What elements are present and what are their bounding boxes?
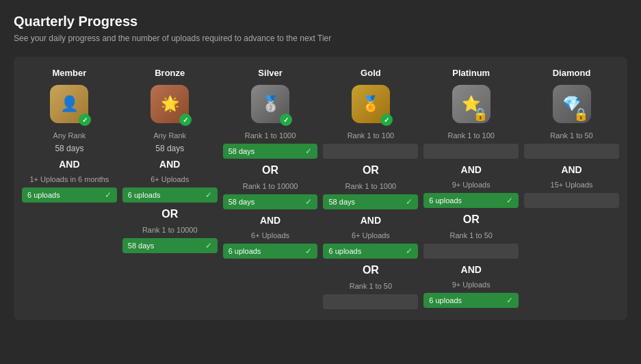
platinum-uploads-pill[interactable]: 6 uploads ✓ bbox=[423, 193, 519, 208]
platinum-uploads-label: 9+ Uploads bbox=[452, 181, 490, 189]
member-uploads-pill[interactable]: 6 uploads ✓ bbox=[22, 187, 117, 203]
gold-or2: OR bbox=[363, 264, 379, 276]
platinum-lock-icon: 🔒 bbox=[473, 107, 488, 122]
tier-diamond-icon: 💎 🔒 bbox=[553, 85, 591, 123]
platinum-and: AND bbox=[461, 164, 482, 175]
silver-uploads-pill[interactable]: 6 uploads ✓ bbox=[223, 244, 318, 259]
platinum-pill-check-icon: ✓ bbox=[506, 196, 513, 205]
member-check-icon: ✓ bbox=[79, 114, 91, 126]
diamond-and: AND bbox=[561, 164, 581, 175]
gold-check-icon: ✓ bbox=[380, 114, 393, 126]
member-uploads-label: 1+ Uploads in 6 months bbox=[29, 175, 109, 183]
silver-pill-check-icon: ✓ bbox=[305, 246, 312, 256]
page-subtitle: See your daily progress and the number o… bbox=[14, 34, 627, 43]
page-title: Quarterly Progress bbox=[14, 14, 627, 29]
tier-gold-icon: 🏅 ✓ bbox=[352, 85, 390, 123]
bronze-pill-text: 6 uploads bbox=[128, 191, 161, 199]
platinum-rank2: Rank 1 to 50 bbox=[450, 231, 493, 239]
tier-bronze-name: Bronze bbox=[155, 68, 185, 78]
platinum-pill-text: 6 uploads bbox=[429, 196, 462, 205]
gold-uploads-label: 6+ Uploads bbox=[352, 231, 390, 239]
diamond-rank: Rank 1 to 50 bbox=[550, 131, 592, 140]
gold-pill-check-icon: ✓ bbox=[406, 246, 413, 256]
platinum-uploads2-pill[interactable]: 6 uploads ✓ bbox=[423, 293, 519, 308]
platinum-pill2-check-icon: ✓ bbox=[506, 296, 513, 305]
tiers-container: Member 👤 ✓ Any Rank 58 days AND 1+ Uploa… bbox=[14, 57, 627, 320]
tier-bronze: Bronze 🌟 ✓ Any Rank 58 days AND 6+ Uploa… bbox=[122, 68, 218, 309]
platinum-rank: Rank 1 to 100 bbox=[447, 131, 495, 140]
diamond-lock-icon: 🔒 bbox=[573, 107, 588, 122]
silver-rank2: Rank 1 to 10000 bbox=[243, 182, 298, 190]
tier-silver-name: Silver bbox=[258, 68, 282, 78]
bronze-check-icon: ✓ bbox=[179, 114, 192, 126]
tier-member-icon: 👤 ✓ bbox=[50, 85, 88, 123]
diamond-days-pill[interactable] bbox=[524, 144, 619, 159]
gold-days2-pill-text: 58 days bbox=[328, 198, 355, 206]
gold-days2-check-icon: ✓ bbox=[406, 197, 413, 207]
bronze-rank: Any Rank bbox=[153, 131, 186, 140]
gold-days2-pill[interactable]: 58 days ✓ bbox=[323, 194, 418, 209]
member-and: AND bbox=[59, 159, 79, 170]
platinum-or: OR bbox=[463, 213, 480, 226]
bronze-and: AND bbox=[159, 159, 180, 170]
tier-diamond: Diamond 💎 🔒 Rank 1 to 50 AND 15+ Uploads bbox=[524, 68, 619, 309]
diamond-uploads-pill[interactable] bbox=[524, 193, 619, 208]
platinum-uploads2-label: 9+ Uploads bbox=[452, 281, 490, 289]
platinum-days2-pill[interactable] bbox=[423, 244, 519, 259]
member-symbol-icon: 👤 bbox=[60, 95, 79, 113]
member-days: 58 days bbox=[55, 144, 83, 153]
tier-diamond-name: Diamond bbox=[553, 68, 591, 78]
platinum-days-pill[interactable] bbox=[423, 144, 519, 159]
tier-bronze-icon: 🌟 ✓ bbox=[151, 85, 189, 123]
gold-uploads-pill[interactable]: 6 uploads ✓ bbox=[323, 244, 418, 259]
gold-pill-text: 6 uploads bbox=[328, 247, 361, 255]
gold-rank: Rank 1 to 100 bbox=[348, 131, 395, 140]
silver-days-pill[interactable]: 58 days ✓ bbox=[223, 144, 318, 159]
bronze-or: OR bbox=[161, 208, 178, 220]
tier-member: Member 👤 ✓ Any Rank 58 days AND 1+ Uploa… bbox=[22, 68, 117, 309]
member-rank: Any Rank bbox=[53, 131, 86, 140]
silver-days-pill-text: 58 days bbox=[228, 147, 255, 155]
silver-rank: Rank 1 to 1000 bbox=[245, 131, 296, 140]
silver-symbol-icon: 🥈 bbox=[261, 95, 280, 113]
gold-and: AND bbox=[361, 215, 381, 226]
bronze-symbol-icon: 🌟 bbox=[161, 95, 179, 113]
bronze-rank2: Rank 1 to 10000 bbox=[142, 226, 198, 234]
platinum-pill2-text: 6 uploads bbox=[429, 296, 462, 304]
bronze-uploads-label: 6+ Uploads bbox=[151, 175, 189, 183]
bronze-uploads-pill[interactable]: 6 uploads ✓ bbox=[122, 187, 218, 203]
gold-or: OR bbox=[363, 164, 379, 177]
silver-days-pill-check-icon: ✓ bbox=[305, 146, 312, 156]
silver-uploads-label: 6+ Uploads bbox=[251, 231, 289, 239]
tier-platinum: Platinum ⭐ 🔒 Rank 1 to 100 AND 9+ Upload… bbox=[423, 68, 519, 309]
gold-symbol-icon: 🏅 bbox=[361, 95, 380, 113]
tier-gold-name: Gold bbox=[361, 68, 381, 78]
bronze-days: 58 days bbox=[155, 144, 184, 153]
gold-rank2: Rank 1 to 1000 bbox=[345, 182, 397, 190]
gold-days3-pill[interactable] bbox=[323, 294, 418, 309]
member-pill-text: 6 uploads bbox=[27, 191, 60, 199]
silver-pill-text: 6 uploads bbox=[228, 247, 261, 255]
tier-silver-icon: 🥈 ✓ bbox=[251, 85, 289, 123]
bronze-pill-check-icon: ✓ bbox=[205, 190, 212, 200]
tier-gold: Gold 🏅 ✓ Rank 1 to 100 OR Rank 1 to 1000… bbox=[323, 68, 418, 309]
silver-and: AND bbox=[260, 215, 280, 226]
bronze-days-pill-text: 58 days bbox=[128, 242, 155, 250]
tier-platinum-name: Platinum bbox=[452, 68, 490, 78]
bronze-days-pill-check-icon: ✓ bbox=[205, 241, 212, 250]
gold-days-pill[interactable] bbox=[323, 144, 418, 159]
silver-days2-pill-text: 58 days bbox=[228, 198, 255, 206]
silver-days2-check-icon: ✓ bbox=[305, 197, 312, 207]
tier-platinum-icon: ⭐ 🔒 bbox=[452, 85, 490, 123]
silver-check-icon: ✓ bbox=[280, 114, 292, 126]
diamond-uploads-label: 15+ Uploads bbox=[551, 181, 593, 189]
tier-member-name: Member bbox=[52, 68, 86, 78]
tier-silver: Silver 🥈 ✓ Rank 1 to 1000 58 days ✓ OR R… bbox=[223, 68, 318, 309]
platinum-and2: AND bbox=[461, 264, 482, 275]
member-pill-check-icon: ✓ bbox=[105, 190, 112, 200]
silver-days2-pill[interactable]: 58 days ✓ bbox=[223, 194, 318, 209]
page-container: Quarterly Progress See your daily progre… bbox=[14, 14, 627, 320]
bronze-days-pill[interactable]: 58 days ✓ bbox=[122, 238, 218, 253]
silver-or: OR bbox=[262, 164, 278, 177]
gold-rank3: Rank 1 to 50 bbox=[350, 282, 392, 290]
